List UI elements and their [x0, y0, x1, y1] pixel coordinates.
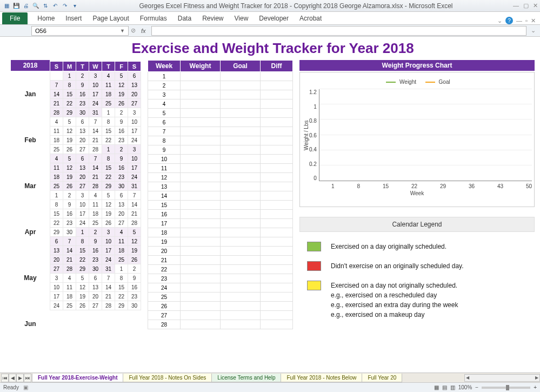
calendar-cell[interactable]: 6	[50, 237, 63, 246]
week-cell[interactable]	[221, 182, 261, 191]
week-number[interactable]: 13	[148, 182, 181, 191]
calendar-cell[interactable]: 17	[50, 292, 63, 301]
calendar-cell[interactable]: 30	[76, 108, 89, 117]
calendar-cell[interactable]: 2	[128, 264, 141, 274]
week-cell[interactable]	[181, 247, 221, 256]
week-cell[interactable]	[261, 81, 293, 90]
calendar-cell[interactable]: 13	[89, 283, 102, 292]
calendar-grid[interactable]: SMTWTFS 12345678910111213141516171819202…	[50, 61, 141, 310]
calendar-cell[interactable]: 19	[76, 292, 89, 301]
week-cell[interactable]	[181, 90, 221, 99]
calendar-cell[interactable]: 15	[76, 246, 89, 255]
week-cell[interactable]	[221, 274, 261, 283]
week-cell[interactable]	[221, 320, 261, 329]
week-cell[interactable]	[221, 256, 261, 265]
calendar-cell[interactable]: 8	[63, 81, 76, 90]
week-cell[interactable]	[261, 109, 293, 118]
week-number[interactable]: 28	[148, 320, 181, 329]
view-normal-icon[interactable]: ▦	[434, 384, 439, 390]
calendar-cell[interactable]: 28	[102, 301, 115, 310]
calendar-cell[interactable]: 3	[50, 274, 63, 283]
calendar-cell[interactable]: 17	[89, 90, 102, 99]
week-cell[interactable]	[181, 81, 221, 90]
week-cell[interactable]	[221, 90, 261, 99]
calendar-cell[interactable]: 24	[128, 172, 141, 182]
calendar-cell[interactable]: 26	[63, 182, 76, 191]
calendar-cell[interactable]: 16	[76, 90, 89, 99]
calendar-cell[interactable]: 4	[102, 71, 115, 81]
week-cell[interactable]	[181, 99, 221, 109]
calendar-cell[interactable]: 27	[50, 264, 63, 274]
week-cell[interactable]	[181, 136, 221, 145]
calendar-cell[interactable]: 13	[115, 200, 128, 209]
calendar-cell[interactable]: 11	[102, 81, 115, 90]
calendar-cell[interactable]: 26	[63, 145, 76, 154]
calendar-cell[interactable]: 16	[115, 127, 128, 136]
calendar-cell[interactable]: 11	[50, 127, 63, 136]
sort-icon[interactable]: ⇅	[41, 2, 50, 10]
file-tab[interactable]: File	[2, 12, 28, 24]
window-restore-icon[interactable]: ▫	[525, 17, 528, 24]
calendar-cell[interactable]: 25	[50, 182, 63, 191]
calendar-cell[interactable]: 23	[76, 99, 89, 108]
calendar-cell[interactable]: 30	[115, 182, 128, 191]
calendar-cell[interactable]: 27	[128, 99, 141, 108]
tab-prev-icon[interactable]: ◀	[9, 374, 16, 382]
calendar-cell[interactable]: 28	[50, 108, 63, 117]
week-cell[interactable]	[261, 228, 293, 237]
week-cell[interactable]	[181, 182, 221, 191]
week-cell[interactable]	[221, 293, 261, 302]
view-pagebreak-icon[interactable]: ▥	[450, 384, 455, 390]
calendar-cell[interactable]: 3	[89, 71, 102, 81]
week-cell[interactable]	[181, 191, 221, 201]
week-cell[interactable]	[221, 127, 261, 136]
calendar-cell[interactable]: 29	[115, 301, 128, 310]
zoom-level[interactable]: 100%	[458, 384, 472, 390]
week-table[interactable]: Week Weight Goal Diff 123456789101112131…	[148, 60, 293, 329]
week-cell[interactable]	[261, 127, 293, 136]
week-cell[interactable]	[261, 237, 293, 247]
calendar-cell[interactable]: 7	[89, 117, 102, 127]
zoom-slider[interactable]	[482, 387, 530, 389]
week-cell[interactable]	[261, 210, 293, 219]
week-cell[interactable]	[261, 155, 293, 164]
tab-first-icon[interactable]: ⏮	[1, 374, 9, 382]
week-cell[interactable]	[261, 265, 293, 274]
week-cell[interactable]	[221, 145, 261, 155]
calendar-cell[interactable]: 16	[115, 163, 128, 172]
week-number[interactable]: 21	[148, 256, 181, 265]
week-number[interactable]: 18	[148, 228, 181, 237]
week-cell[interactable]	[181, 155, 221, 164]
view-layout-icon[interactable]: ▤	[442, 384, 447, 390]
calendar-cell[interactable]: 5	[63, 117, 76, 127]
calendar-cell[interactable]: 4	[115, 228, 128, 237]
calendar-cell[interactable]: 9	[89, 237, 102, 246]
qat-more-icon[interactable]: ▾	[70, 2, 79, 10]
tab-data[interactable]: Data	[172, 12, 197, 24]
calendar-cell[interactable]: 15	[63, 90, 76, 99]
week-cell[interactable]	[181, 228, 221, 237]
calendar-cell[interactable]: 25	[89, 218, 102, 228]
week-cell[interactable]	[261, 247, 293, 256]
week-number[interactable]: 24	[148, 283, 181, 293]
calendar-cell[interactable]: 30	[89, 264, 102, 274]
calendar-cell[interactable]: 7	[89, 154, 102, 163]
calendar-cell[interactable]: 12	[128, 237, 141, 246]
calendar-cell[interactable]: 4	[50, 117, 63, 127]
window-close-icon[interactable]: ✕	[531, 17, 536, 24]
calendar-cell[interactable]: 18	[115, 246, 128, 255]
calendar-cell[interactable]: 6	[76, 117, 89, 127]
calendar-cell[interactable]: 18	[50, 136, 63, 145]
find-icon[interactable]: 🔍	[31, 2, 40, 10]
week-number[interactable]: 19	[148, 237, 181, 247]
week-number[interactable]: 23	[148, 274, 181, 283]
tab-next-icon[interactable]: ▶	[16, 374, 24, 382]
calendar-cell[interactable]: 20	[76, 136, 89, 145]
calendar-cell[interactable]: 15	[115, 283, 128, 292]
week-number[interactable]: 16	[148, 210, 181, 219]
calendar-cell[interactable]: 19	[115, 90, 128, 99]
week-cell[interactable]	[221, 219, 261, 228]
week-cell[interactable]	[261, 90, 293, 99]
calendar-cell[interactable]: 1	[102, 108, 115, 117]
week-cell[interactable]	[181, 210, 221, 219]
